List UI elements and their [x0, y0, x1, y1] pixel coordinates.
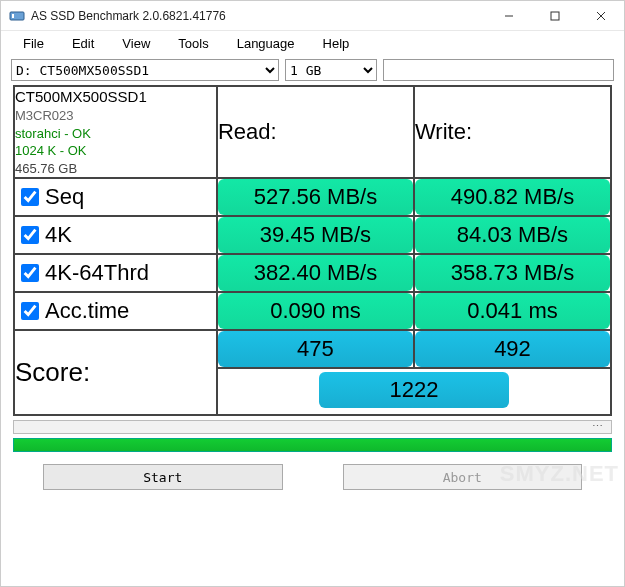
progress-dots-icon: ⋯ — [592, 420, 605, 433]
window-title: AS SSD Benchmark 2.0.6821.41776 — [31, 9, 486, 23]
drive-select[interactable]: D: CT500MX500SSD1 — [11, 59, 279, 81]
seq-write-value: 490.82 MB/s — [415, 179, 610, 215]
fk64-read-value: 382.40 MB/s — [218, 255, 413, 291]
seq-read-value: 527.56 MB/s — [218, 179, 413, 215]
write-header: Write: — [414, 86, 611, 178]
score-read-value: 475 — [218, 331, 413, 367]
fk64-checkbox[interactable] — [21, 264, 39, 282]
window-buttons — [486, 1, 624, 30]
acc-read-value: 0.090 ms — [218, 293, 413, 329]
controls-row: D: CT500MX500SSD1 1 GB — [1, 55, 624, 85]
start-button[interactable]: Start — [43, 464, 283, 490]
menu-help[interactable]: Help — [309, 33, 364, 54]
app-icon — [9, 8, 25, 24]
acc-label: Acc.time — [45, 298, 129, 324]
row-4k: 4K 39.45 MB/s 84.03 MB/s — [14, 216, 611, 254]
button-row: Start Abort — [1, 458, 624, 498]
title-bar: AS SSD Benchmark 2.0.6821.41776 — [1, 1, 624, 31]
drive-firmware: M3CR023 — [15, 107, 216, 125]
row-acc: Acc.time 0.090 ms 0.041 ms — [14, 292, 611, 330]
fk64-label: 4K-64Thrd — [45, 260, 149, 286]
row-seq: Seq 527.56 MB/s 490.82 MB/s — [14, 178, 611, 216]
menu-tools[interactable]: Tools — [164, 33, 222, 54]
svg-rect-3 — [551, 12, 559, 20]
menu-language[interactable]: Language — [223, 33, 309, 54]
seq-label: Seq — [45, 184, 84, 210]
read-header: Read: — [217, 86, 414, 178]
menu-view[interactable]: View — [108, 33, 164, 54]
results-area: CT500MX500SSD1 M3CR023 storahci - OK 102… — [1, 85, 624, 416]
row-score: Score: 475 492 — [14, 330, 611, 368]
progress-bar-top: ⋯ — [13, 420, 612, 434]
size-select[interactable]: 1 GB — [285, 59, 377, 81]
close-button[interactable] — [578, 1, 624, 30]
fk64-write-value: 358.73 MB/s — [415, 255, 610, 291]
drive-model: CT500MX500SSD1 — [15, 87, 216, 107]
drive-info-cell: CT500MX500SSD1 M3CR023 storahci - OK 102… — [14, 86, 217, 178]
results-table: CT500MX500SSD1 M3CR023 storahci - OK 102… — [13, 85, 612, 416]
drive-capacity: 465.76 GB — [15, 160, 216, 178]
fourk-read-value: 39.45 MB/s — [218, 217, 413, 253]
app-window: AS SSD Benchmark 2.0.6821.41776 File Edi… — [0, 0, 625, 587]
fourk-write-value: 84.03 MB/s — [415, 217, 610, 253]
score-write-value: 492 — [415, 331, 610, 367]
drive-driver-status: storahci - OK — [15, 125, 216, 143]
menu-edit[interactable]: Edit — [58, 33, 108, 54]
fourk-label: 4K — [45, 222, 72, 248]
drive-alignment-status: 1024 K - OK — [15, 142, 216, 160]
acc-write-value: 0.041 ms — [415, 293, 610, 329]
seq-checkbox[interactable] — [21, 188, 39, 206]
minimize-button[interactable] — [486, 1, 532, 30]
menu-file[interactable]: File — [9, 33, 58, 54]
maximize-button[interactable] — [532, 1, 578, 30]
fourk-checkbox[interactable] — [21, 226, 39, 244]
row-4k64: 4K-64Thrd 382.40 MB/s 358.73 MB/s — [14, 254, 611, 292]
abort-button: Abort — [343, 464, 583, 490]
path-input[interactable] — [383, 59, 614, 81]
progress-bar-bottom — [13, 438, 612, 452]
svg-rect-1 — [12, 14, 14, 18]
progress-area: ⋯ — [1, 416, 624, 458]
score-label: Score: — [14, 330, 217, 415]
menu-bar: File Edit View Tools Language Help — [1, 31, 624, 55]
score-total-value: 1222 — [319, 372, 509, 408]
acc-checkbox[interactable] — [21, 302, 39, 320]
